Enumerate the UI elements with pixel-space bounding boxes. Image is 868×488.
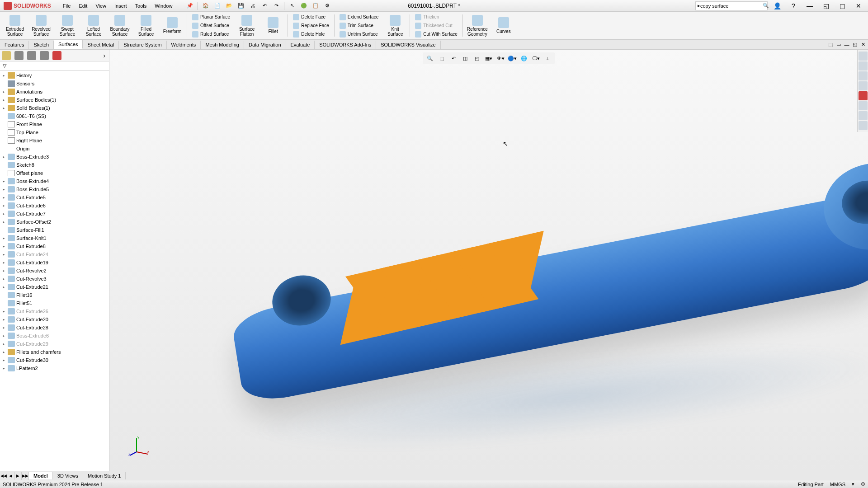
feature-tree-tab-icon[interactable] <box>2 51 11 60</box>
status-units[interactable]: MMGS <box>830 482 845 487</box>
save-icon[interactable]: 💾 <box>236 1 246 11</box>
tree-item-cut-extrude30[interactable]: ▸Cut-Extrude30 <box>0 356 109 364</box>
tree-item-cut-extrude5[interactable]: ▸Cut-Extrude5 <box>0 193 109 202</box>
menu-insert[interactable]: Insert <box>111 1 131 10</box>
ribbon-delete-hole[interactable]: Delete Hole <box>290 31 332 38</box>
tree-item-surface-knit1[interactable]: ▸Surface-Knit1 <box>0 234 109 242</box>
view-settings-icon[interactable]: 🖵▾ <box>531 54 540 63</box>
minimize-panel-icon[interactable]: — <box>844 42 850 48</box>
tree-item-sensors[interactable]: Sensors <box>0 80 109 88</box>
tree-item-fillet51[interactable]: Fillet51 <box>0 299 109 307</box>
expand-icon[interactable]: ⬚ <box>827 42 834 48</box>
ribbon-planar-surface[interactable]: Planar Surface <box>189 14 233 21</box>
expand-icon[interactable]: ▸ <box>1 285 6 289</box>
tree-item-cut-extrude21[interactable]: ▸Cut-Extrude21 <box>0 283 109 291</box>
tree-item-boss-extrude4[interactable]: ▸Boss-Extrude4 <box>0 177 109 185</box>
edit-appearance-icon[interactable]: 🔵▾ <box>508 54 517 63</box>
tab-solidworks-visualize[interactable]: SOLIDWORKS Visualize <box>376 41 440 49</box>
view-normal-icon[interactable]: ⟂ <box>543 54 552 63</box>
tree-item-cut-extrude24[interactable]: ▸Cut-Extrude24 <box>0 250 109 258</box>
tree-item-origin[interactable]: Origin <box>0 145 109 153</box>
vcr-first-icon[interactable]: ◀◀ <box>0 472 7 480</box>
tab-evaluate[interactable]: Evaluate <box>286 41 315 49</box>
open-icon[interactable]: 📂 <box>224 1 234 11</box>
previous-view-icon[interactable]: ↶ <box>449 54 458 63</box>
command-search[interactable]: ▸ 🔍 <box>695 1 768 10</box>
tab-data-migration[interactable]: Data Migration <box>244 41 286 49</box>
menu-view[interactable]: View <box>92 1 110 10</box>
display-tab-icon[interactable] <box>52 51 61 60</box>
status-custom-icon[interactable]: ⚙ <box>861 481 865 487</box>
restore-button[interactable]: ◱ <box>819 1 833 11</box>
view-palette-icon[interactable] <box>859 81 868 90</box>
tab-solidworks-add-ins[interactable]: SOLIDWORKS Add-Ins <box>315 41 376 49</box>
orientation-triad[interactable]: y x z <box>127 434 150 457</box>
feature-tree[interactable]: ▸HistorySensors▸Annotations▸Surface Bodi… <box>0 70 109 471</box>
bottom-tab-model[interactable]: Model <box>29 472 53 479</box>
ribbon-offset-surface[interactable]: Offset Surface <box>189 22 233 29</box>
ribbon-curves[interactable]: Curves <box>491 13 517 38</box>
ribbon-cut-with-surface[interactable]: Cut With Surface <box>412 31 460 38</box>
tree-item-surface-offset2[interactable]: ▸Surface-Offset2 <box>0 218 109 226</box>
tree-item-annotations[interactable]: ▸Annotations <box>0 88 109 96</box>
user-icon[interactable]: 👤 <box>770 1 784 11</box>
zoom-fit-icon[interactable]: 🔍 <box>425 54 434 63</box>
search-input[interactable] <box>700 3 763 9</box>
tree-item-boss-extrude5[interactable]: ▸Boss-Extrude5 <box>0 185 109 193</box>
minimize-button[interactable]: — <box>803 1 816 11</box>
tree-item-lpattern2[interactable]: ▸LPattern2 <box>0 364 109 372</box>
tab-mesh-modeling[interactable]: Mesh Modeling <box>201 41 244 49</box>
file-explorer-icon[interactable] <box>859 71 868 80</box>
help-icon[interactable]: ? <box>787 1 800 11</box>
zoom-area-icon[interactable]: ⬚ <box>437 54 446 63</box>
ribbon-swept[interactable]: SweptSurface <box>54 13 80 38</box>
vcr-prev-icon[interactable]: ◀ <box>7 472 14 480</box>
ribbon-boundary[interactable]: BoundarySurface <box>107 13 133 38</box>
appearances-icon[interactable] <box>859 91 868 100</box>
close-button[interactable]: ✕ <box>852 1 865 11</box>
expand-icon[interactable]: ▸ <box>1 220 6 224</box>
rebuild-icon[interactable]: 🟢 <box>299 1 309 11</box>
bottom-tab-motion-study-1[interactable]: Motion Study 1 <box>83 472 126 479</box>
section-view-icon[interactable]: ◫ <box>461 54 470 63</box>
vcr-last-icon[interactable]: ▶▶ <box>22 472 29 480</box>
tree-item-boss-extrude6[interactable]: ▸Boss-Extrude6 <box>0 332 109 340</box>
ribbon-knit[interactable]: KnitSurface <box>382 13 408 38</box>
expand-icon[interactable]: ▸ <box>1 244 6 249</box>
tree-item-boss-extrude3[interactable]: ▸Boss-Extrude3 <box>0 153 109 161</box>
tab-structure-system[interactable]: Structure System <box>119 41 166 49</box>
select-icon[interactable]: ↖ <box>287 1 297 11</box>
hide-show-icon[interactable]: 👁▾ <box>496 54 505 63</box>
ribbon-delete-face[interactable]: Delete Face <box>290 14 332 21</box>
expand-icon[interactable]: ▸ <box>1 358 6 362</box>
resources-icon[interactable] <box>859 52 868 61</box>
expand-icon[interactable]: ▸ <box>1 268 6 273</box>
tree-item-cut-extrude26[interactable]: ▸Cut-Extrude26 <box>0 307 109 315</box>
pin-icon[interactable]: 📌 <box>185 1 195 11</box>
menu-file[interactable]: File <box>59 1 75 10</box>
tree-item-cut-extrude19[interactable]: ▸Cut-Extrude19 <box>0 258 109 267</box>
tree-item-cut-extrude29[interactable]: ▸Cut-Extrude29 <box>0 340 109 348</box>
expand-icon[interactable]: ▸ <box>1 333 6 338</box>
expand-icon[interactable]: ▸ <box>1 236 6 240</box>
apply-scene-icon[interactable]: 🌐 <box>519 54 528 63</box>
custom-props-icon[interactable] <box>859 101 868 110</box>
expand-icon[interactable]: ▸ <box>1 98 6 102</box>
menu-edit[interactable]: Edit <box>75 1 91 10</box>
tree-item-sketch8[interactable]: Sketch8 <box>0 161 109 169</box>
expand-icon[interactable]: ▸ <box>1 179 6 183</box>
status-dropdown-icon[interactable]: ▾ <box>852 481 854 487</box>
tree-item-fillet16[interactable]: Fillet16 <box>0 291 109 299</box>
ribbon-lofted[interactable]: LoftedSurface <box>80 13 107 38</box>
expand-icon[interactable]: ▸ <box>1 366 6 371</box>
dimxpert-tab-icon[interactable] <box>40 51 49 60</box>
property-tab-icon[interactable] <box>14 51 24 60</box>
close-panel-icon[interactable]: ✕ <box>860 42 866 48</box>
menu-tools[interactable]: Tools <box>132 1 151 10</box>
expand-icon[interactable]: ▸ <box>1 187 6 192</box>
expand-icon[interactable]: ▸ <box>1 342 6 346</box>
expand-icon[interactable]: ▸ <box>1 195 6 200</box>
tree-item-cut-extrude20[interactable]: ▸Cut-Extrude20 <box>0 315 109 324</box>
expand-icon[interactable]: ▸ <box>1 211 6 216</box>
tree-item-cut-extrude28[interactable]: ▸Cut-Extrude28 <box>0 324 109 332</box>
